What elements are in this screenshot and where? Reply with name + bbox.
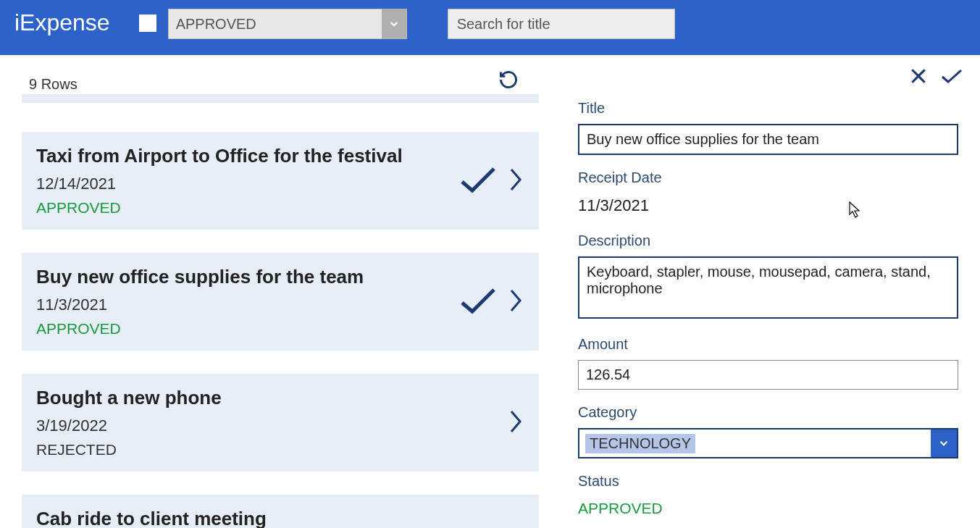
item-date: 3/19/2022 [36,416,508,435]
receipt-date-label: Receipt Date [578,169,958,186]
list-item[interactable]: Cab ride to client meeting [22,495,539,528]
description-label: Description [578,232,958,249]
filter-checkbox[interactable] [139,14,156,32]
item-date: 11/3/2021 [36,296,458,314]
amount-input[interactable] [578,360,958,390]
category-select[interactable]: TECHNOLOGY [578,428,958,458]
item-status: REJECTED [36,441,508,458]
check-icon [458,164,498,198]
confirm-button[interactable] [938,65,966,90]
list-toolbar: 9 Rows [0,55,542,94]
main-content: 9 Rows Taxi from Airport to Office for t… [0,55,980,528]
check-icon [458,285,498,319]
status-filter-select[interactable]: APPROVED [168,9,407,39]
item-title: Buy new office supplies for the team [36,266,458,288]
list-item[interactable]: Taxi from Airport to Office for the fest… [22,132,539,230]
chevron-right-icon[interactable] [508,408,523,437]
refresh-icon [498,70,519,90]
status-label: Status [578,473,958,490]
description-input[interactable] [578,256,958,319]
list-scroll[interactable]: Taxi from Airport to Office for the fest… [0,94,542,528]
category-label: Category [578,404,958,421]
detail-scroll[interactable]: Title Receipt Date 11/3/2021 Description… [578,96,970,528]
chevron-right-icon[interactable] [508,167,523,196]
refresh-button[interactable] [498,70,523,93]
item-status: APPROVED [36,199,458,217]
category-value: TECHNOLOGY [585,434,695,453]
item-title: Taxi from Airport to Office for the fest… [36,145,458,167]
title-label: Title [578,100,958,117]
amount-label: Amount [578,336,958,353]
chevron-down-icon [931,429,957,457]
item-date: 12/14/2021 [36,175,458,193]
expense-list-panel: 9 Rows Taxi from Airport to Office for t… [0,55,542,528]
title-input[interactable] [578,124,958,155]
list-item[interactable]: Bought a new phone 3/19/2022 REJECTED [22,374,539,472]
row-count-label: 9 Rows [29,76,78,93]
status-value: APPROVED [578,497,958,520]
detail-panel: Title Receipt Date 11/3/2021 Description… [542,55,980,528]
close-button[interactable] [906,65,931,90]
search-input[interactable] [448,9,675,39]
item-title: Cab ride to client meeting [36,508,523,528]
chevron-right-icon[interactable] [508,288,523,317]
close-icon [908,65,929,87]
detail-toolbar [578,55,970,96]
item-title: Bought a new phone [36,387,508,409]
list-top-bar [22,94,539,103]
chevron-down-icon [382,9,406,39]
app-header: iExpense APPROVED [0,0,980,55]
receipt-date-value: 11/3/2021 [578,193,958,218]
check-icon [939,65,964,87]
list-item[interactable]: Buy new office supplies for the team 11/… [22,253,539,351]
status-filter-value: APPROVED [169,16,256,33]
item-status: APPROVED [36,320,458,338]
app-title: iExpense [14,7,110,38]
